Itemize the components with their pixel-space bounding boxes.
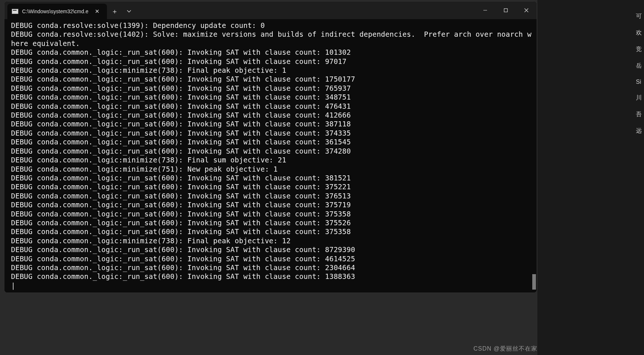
- sidebar-strip-item[interactable]: 欢: [636, 29, 642, 37]
- cmd-icon: [12, 9, 18, 14]
- sidebar-strip-item[interactable]: 川: [636, 94, 642, 102]
- minimize-button[interactable]: [475, 1, 495, 19]
- terminal-body[interactable]: DEBUG conda.resolve:solve(1399): Depende…: [4, 19, 537, 293]
- sidebar-strip-item[interactable]: 竞: [636, 46, 642, 53]
- svg-rect-1: [504, 9, 508, 12]
- sidebar-strip-item[interactable]: Si: [636, 79, 642, 85]
- tab-title: C:\Windows\system32\cmd.e: [22, 8, 89, 14]
- sidebar-strip-item[interactable]: 远: [636, 127, 642, 135]
- tab-active[interactable]: C:\Windows\system32\cmd.e ✕: [7, 4, 107, 19]
- close-window-button[interactable]: [516, 1, 537, 19]
- terminal-window: C:\Windows\system32\cmd.e ✕ ＋ DEBUG cond…: [4, 1, 537, 293]
- tab-dropdown-button[interactable]: [122, 4, 136, 19]
- window-controls: [475, 1, 537, 19]
- minimize-icon: [483, 8, 487, 12]
- scrollbar-track[interactable]: [532, 20, 536, 291]
- tab-close-button[interactable]: ✕: [92, 6, 103, 17]
- sidebar-strip-item[interactable]: 岳: [636, 62, 642, 70]
- watermark-text: CSDN @爱丽丝不在家: [473, 345, 537, 353]
- chevron-down-icon: [127, 9, 131, 14]
- scrollbar-thumb[interactable]: [532, 274, 536, 290]
- maximize-icon: [504, 8, 508, 12]
- sidebar-strip-item[interactable]: 吾: [636, 111, 642, 118]
- close-icon: [524, 8, 529, 12]
- titlebar[interactable]: C:\Windows\system32\cmd.e ✕ ＋: [4, 1, 537, 19]
- terminal-output: DEBUG conda.resolve:solve(1399): Depende…: [11, 21, 535, 282]
- titlebar-drag-area[interactable]: [136, 1, 475, 19]
- maximize-button[interactable]: [495, 1, 516, 19]
- new-tab-button[interactable]: ＋: [107, 4, 122, 19]
- right-sidebar-strip: 可欢竞岳Si川吾远: [537, 0, 644, 355]
- sidebar-strip-item[interactable]: 可: [636, 12, 642, 20]
- terminal-cursor: |: [11, 282, 535, 290]
